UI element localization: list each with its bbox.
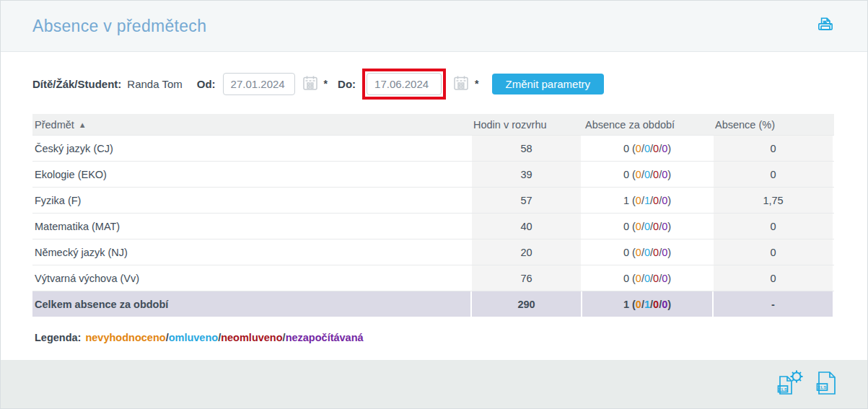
absence-part-2: 1 xyxy=(644,195,650,206)
legend-item-2: omluveno xyxy=(169,332,218,343)
percent-cell: 0 xyxy=(712,239,834,265)
filter-bar: Dítě/Žák/Student: Randa Tom Od: xyxy=(32,68,836,100)
xls-icon: XLS xyxy=(815,369,838,399)
xls-gear-icon: XLS xyxy=(775,369,805,399)
absence-part-1: 0 xyxy=(636,299,641,310)
absence-part-4: 0 xyxy=(662,247,667,258)
print-button[interactable] xyxy=(815,15,836,38)
printer-icon xyxy=(815,15,836,38)
from-calendar-button[interactable] xyxy=(302,74,319,94)
percent-cell: 1,75 xyxy=(712,188,834,213)
export-xls-settings-button[interactable]: XLS xyxy=(775,369,805,399)
subject-cell: Fyzika (F) xyxy=(32,188,470,213)
absence-part-1: 0 xyxy=(636,143,641,154)
hours-cell: 20 xyxy=(470,239,582,265)
absence-cell: 0 (0/0/0/0) xyxy=(582,239,712,265)
change-parameters-button[interactable]: Změnit parametry xyxy=(492,74,605,94)
table-row: Ekologie (EKO)390 (0/0/0/0)0 xyxy=(32,161,834,187)
sort-asc-icon: ▲ xyxy=(79,120,87,129)
absence-cell: 1 (0/1/0/0) xyxy=(582,188,712,213)
to-required-marker: * xyxy=(475,78,478,89)
absence-part-1: 0 xyxy=(636,195,641,206)
table-row: Český jazyk (CJ)580 (0/0/0/0)0 xyxy=(32,135,834,161)
column-header-subject[interactable]: Předmět ▲ xyxy=(32,114,470,135)
page-footer: XLS XLS xyxy=(1,360,867,408)
absence-part-4: 0 xyxy=(662,143,667,154)
calendar-icon xyxy=(302,74,319,94)
table-row: Matematika (MAT)400 (0/0/0/0)0 xyxy=(32,213,834,239)
absence-part-3: 0 xyxy=(653,195,659,206)
legend-item-1: nevyhodnoceno xyxy=(85,332,165,343)
subject-cell: Výtvarná výchova (Vv) xyxy=(32,265,470,291)
absence-part-2: 1 xyxy=(644,299,650,310)
percent-cell: 0 xyxy=(712,136,834,161)
percent-cell: 0 xyxy=(712,265,834,291)
absence-cell: 0 (0/0/0/0) xyxy=(582,136,712,161)
absence-cell: 0 (0/0/0/0) xyxy=(582,265,712,291)
absence-cell: 0 (0/0/0/0) xyxy=(582,162,712,187)
student-value: Randa Tom xyxy=(127,78,182,90)
to-calendar-button[interactable] xyxy=(452,74,470,94)
legend: Legenda:nevyhodnoceno/omluveno/neomluven… xyxy=(32,332,836,343)
svg-text:XLS: XLS xyxy=(778,387,787,392)
absence-part-3: 0 xyxy=(653,221,659,232)
total-percent-cell: - xyxy=(712,291,834,317)
hours-cell: 57 xyxy=(470,188,582,213)
column-header-absence: Absence za období xyxy=(582,114,712,135)
total-absence-cell: 1 (0/1/0/0) xyxy=(582,291,712,317)
subject-cell: Ekologie (EKO) xyxy=(32,162,470,187)
absence-part-1: 0 xyxy=(636,169,641,180)
hours-cell: 40 xyxy=(470,214,582,239)
absence-part-4: 0 xyxy=(662,169,667,180)
page-title: Absence v předmětech xyxy=(32,17,206,36)
export-xls-button[interactable]: XLS xyxy=(815,369,838,399)
hours-cell: 58 xyxy=(470,136,582,161)
hours-cell: 39 xyxy=(470,162,582,187)
absence-page: Absence v předmětech Dítě/Žák/Student: R… xyxy=(0,0,868,409)
subject-cell: Český jazyk (CJ) xyxy=(32,136,470,161)
absence-part-2: 0 xyxy=(644,247,650,258)
absence-part-4: 0 xyxy=(662,299,667,310)
absence-part-1: 0 xyxy=(636,247,641,258)
main-content: Dítě/Žák/Student: Randa Tom Od: xyxy=(1,68,867,343)
from-label: Od: xyxy=(197,78,216,90)
absence-part-2: 0 xyxy=(644,169,650,180)
absence-part-3: 0 xyxy=(653,299,659,310)
from-date-input[interactable] xyxy=(223,73,295,95)
table-body: Český jazyk (CJ)580 (0/0/0/0)0Ekologie (… xyxy=(32,135,834,291)
subject-cell: Matematika (MAT) xyxy=(32,214,470,239)
absence-part-3: 0 xyxy=(653,169,659,180)
calendar-icon xyxy=(452,74,470,94)
absence-part-4: 0 xyxy=(662,195,667,206)
legend-label: Legenda: xyxy=(35,332,81,343)
subject-cell: Německý jazyk (NJ) xyxy=(32,239,470,265)
absence-part-2: 0 xyxy=(644,143,650,154)
absence-part-4: 0 xyxy=(662,273,667,284)
percent-cell: 0 xyxy=(712,214,834,239)
table-row: Německý jazyk (NJ)200 (0/0/0/0)0 xyxy=(32,239,834,265)
column-header-hours: Hodin v rozvrhu xyxy=(470,114,582,135)
legend-item-3: neomluveno xyxy=(221,332,282,343)
absence-part-3: 0 xyxy=(653,143,659,154)
absence-cell: 0 (0/0/0/0) xyxy=(582,214,712,239)
table-row: Výtvarná výchova (Vv)760 (0/0/0/0)0 xyxy=(32,265,834,291)
to-date-input[interactable] xyxy=(367,73,442,95)
hours-cell: 76 xyxy=(470,265,582,291)
absence-part-2: 0 xyxy=(644,273,650,284)
percent-cell: 0 xyxy=(712,162,834,187)
absence-part-2: 0 xyxy=(644,221,650,232)
table-header-row: Předmět ▲ Hodin v rozvrhu Absence za obd… xyxy=(32,114,834,135)
total-hours-cell: 290 xyxy=(470,291,582,317)
from-required-marker: * xyxy=(324,78,328,89)
total-label: Celkem absence za období xyxy=(32,291,470,317)
table-total-row: Celkem absence za období 290 1 (0/1/0/0)… xyxy=(32,291,834,317)
student-label: Dítě/Žák/Student: xyxy=(32,78,121,90)
absence-part-1: 0 xyxy=(636,221,641,232)
legend-item-4: nezapočítávaná xyxy=(286,332,364,343)
to-label: Do: xyxy=(338,78,356,90)
absence-part-4: 0 xyxy=(662,221,667,232)
annotation-highlight xyxy=(362,69,446,100)
absence-part-3: 0 xyxy=(653,247,659,258)
absence-part-1: 0 xyxy=(636,273,641,284)
absence-part-3: 0 xyxy=(653,273,659,284)
